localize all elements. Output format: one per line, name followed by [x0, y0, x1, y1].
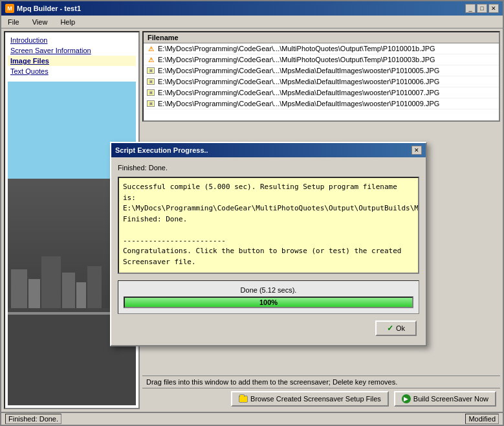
progress-section: Done (5.12 secs). 100%: [118, 280, 419, 314]
progress-bar-fill: 100%: [125, 298, 412, 307]
status-right: Modified: [465, 414, 499, 424]
browse-button[interactable]: Browse Created Screensaver Setup Files: [231, 391, 389, 407]
nav-text-quotes[interactable]: Text Quotes: [8, 66, 136, 76]
menu-bar: File View Help: [1, 16, 503, 28]
title-bar-left: M Mpq Builder - test1: [5, 4, 81, 13]
menu-view[interactable]: View: [28, 17, 52, 27]
minimize-button[interactable]: _: [465, 4, 476, 13]
modal-title: Script Execution Progress..: [115, 146, 208, 154]
menu-file[interactable]: File: [4, 17, 23, 27]
image-icon: ▣: [146, 77, 155, 86]
action-bar: Browse Created Screensaver Setup Files ▶…: [142, 388, 500, 409]
modal-footer: ✓ Ok: [118, 320, 419, 339]
progress-text: 100%: [259, 298, 278, 306]
status-bar: Finished: Done. Modified: [1, 412, 503, 425]
close-button[interactable]: ✕: [488, 4, 499, 13]
file-list[interactable]: Filename ⚠ E:\MyDocs\Programming\CodeGea…: [142, 31, 500, 122]
build-icon: ▶: [402, 394, 411, 403]
modal-body: Finished: Done. Successful compile (5.00…: [111, 157, 426, 345]
image-icon: ▣: [146, 99, 155, 108]
status-left: Finished: Done.: [5, 414, 61, 424]
log-line: Finished: Done.: [123, 214, 414, 225]
log-line: Successful compile (5.000 sec). Resultin…: [123, 182, 414, 203]
nav-image-files[interactable]: Image Files: [8, 56, 136, 66]
table-row[interactable]: ⚠ E:\MyDocs\Programming\CodeGear\...\Mul…: [144, 43, 499, 54]
modal-close-button[interactable]: ✕: [411, 146, 422, 155]
file-list-header: Filename: [144, 32, 499, 43]
table-row[interactable]: ▣ E:\MyDocs\Programming\CodeGear\...\Mps…: [144, 98, 499, 109]
script-execution-modal: Script Execution Progress.. ✕ Finished: …: [110, 142, 427, 346]
main-content: Introduction Screen Saver Information Im…: [1, 28, 503, 412]
ok-button[interactable]: ✓ Ok: [375, 320, 417, 336]
build-button[interactable]: ▶ Build ScreenSaver Now: [394, 391, 496, 407]
menu-help[interactable]: Help: [56, 17, 79, 27]
image-icon: ▣: [146, 88, 155, 97]
table-row[interactable]: ⚠ E:\MyDocs\Programming\CodeGear\...\Mul…: [144, 54, 499, 65]
warn-icon: ⚠: [146, 44, 155, 53]
modal-log[interactable]: Successful compile (5.000 sec). Resultin…: [118, 177, 419, 274]
modal-title-bar: Script Execution Progress.. ✕: [111, 143, 426, 157]
log-line: ------------------------: [123, 236, 414, 247]
progress-bar-container: 100%: [124, 297, 413, 308]
image-icon: ▣: [146, 66, 155, 75]
drag-drop-info: Drag files into this window to add them …: [142, 376, 500, 388]
progress-label: Done (5.12 secs).: [124, 286, 413, 294]
ok-label: Ok: [396, 324, 405, 332]
app-icon: M: [5, 4, 14, 13]
sidebar-nav: Introduction Screen Saver Information Im…: [5, 32, 138, 79]
modal-status: Finished: Done.: [118, 164, 419, 172]
log-line: Congratulations. Click the button to bro…: [123, 246, 414, 267]
folder-icon: [239, 396, 248, 403]
table-row[interactable]: ▣ E:\MyDocs\Programming\CodeGear\...\Mps…: [144, 65, 499, 76]
log-line: E:\MyDocs\Programming\CodeGear\MultiPhot…: [123, 203, 414, 214]
nav-screensaver-info[interactable]: Screen Saver Information: [8, 45, 136, 56]
main-window: M Mpq Builder - test1 _ □ ✕ File View He…: [0, 0, 504, 426]
warn-icon: ⚠: [146, 55, 155, 64]
check-icon: ✓: [387, 324, 393, 333]
title-bar: M Mpq Builder - test1 _ □ ✕: [1, 1, 503, 16]
log-line: [123, 225, 414, 236]
maximize-button[interactable]: □: [477, 4, 487, 13]
nav-introduction[interactable]: Introduction: [8, 35, 136, 45]
table-row[interactable]: ▣ E:\MyDocs\Programming\CodeGear\...\Mps…: [144, 87, 499, 98]
content-area: Introduction Screen Saver Information Im…: [1, 28, 503, 412]
table-row[interactable]: ▣ E:\MyDocs\Programming\CodeGear\...\Mps…: [144, 76, 499, 87]
window-title: Mpq Builder - test1: [17, 5, 81, 12]
title-controls: _ □ ✕: [465, 4, 499, 13]
